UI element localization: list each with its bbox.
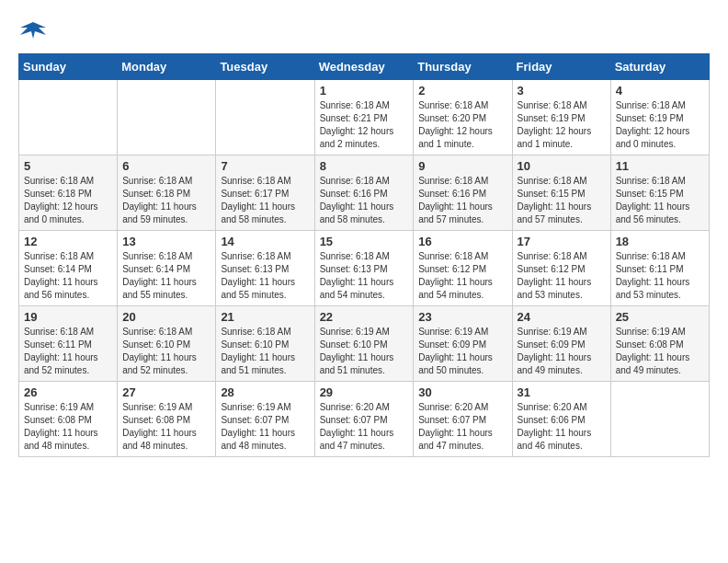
day-number: 18 [616,235,704,248]
calendar-cell: 16Sunrise: 6:18 AM Sunset: 6:12 PM Dayli… [414,231,512,306]
day-number: 5 [24,159,112,173]
day-number: 23 [418,310,506,324]
day-info: Sunrise: 6:18 AM Sunset: 6:15 PM Dayligh… [518,175,606,226]
day-info: Sunrise: 6:18 AM Sunset: 6:21 PM Dayligh… [320,99,409,151]
day-info: Sunrise: 6:19 AM Sunset: 6:09 PM Dayligh… [518,326,606,377]
calendar-table: SundayMondayTuesdayWednesdayThursdayFrid… [18,53,710,457]
day-number: 21 [221,310,309,324]
day-number: 6 [122,159,210,173]
calendar-cell: 21Sunrise: 6:18 AM Sunset: 6:10 PM Dayli… [216,306,314,382]
day-info: Sunrise: 6:20 AM Sunset: 6:07 PM Dayligh… [418,401,506,453]
column-header-wednesday: Wednesday [314,54,414,80]
calendar-cell: 14Sunrise: 6:18 AM Sunset: 6:13 PM Dayli… [216,231,314,306]
calendar-week-row: 26Sunrise: 6:19 AM Sunset: 6:08 PM Dayli… [19,382,710,457]
day-info: Sunrise: 6:18 AM Sunset: 6:12 PM Dayligh… [418,250,506,302]
column-header-sunday: Sunday [19,54,118,80]
day-number: 17 [518,235,606,248]
calendar-cell: 20Sunrise: 6:18 AM Sunset: 6:10 PM Dayli… [118,306,216,382]
column-header-thursday: Thursday [414,54,512,80]
calendar-cell: 31Sunrise: 6:20 AM Sunset: 6:06 PM Dayli… [512,382,610,457]
day-number: 3 [518,84,606,98]
day-info: Sunrise: 6:18 AM Sunset: 6:12 PM Dayligh… [518,250,606,302]
day-info: Sunrise: 6:18 AM Sunset: 6:11 PM Dayligh… [616,250,704,302]
day-number: 11 [616,159,704,173]
day-number: 16 [418,235,506,248]
day-info: Sunrise: 6:18 AM Sunset: 6:13 PM Dayligh… [320,250,409,302]
day-info: Sunrise: 6:19 AM Sunset: 6:08 PM Dayligh… [24,401,112,453]
day-number: 1 [320,84,409,98]
day-number: 19 [24,310,112,324]
day-number: 26 [24,385,112,399]
day-number: 22 [320,310,409,324]
day-number: 25 [616,310,704,324]
calendar-cell: 1Sunrise: 6:18 AM Sunset: 6:21 PM Daylig… [314,80,414,155]
day-number: 20 [122,310,210,324]
calendar-cell: 24Sunrise: 6:19 AM Sunset: 6:09 PM Dayli… [512,306,610,382]
day-info: Sunrise: 6:18 AM Sunset: 6:14 PM Dayligh… [122,250,210,302]
calendar-cell: 17Sunrise: 6:18 AM Sunset: 6:12 PM Dayli… [512,231,610,306]
day-info: Sunrise: 6:19 AM Sunset: 6:07 PM Dayligh… [221,401,309,453]
svg-marker-0 [20,22,46,39]
day-number: 15 [320,235,409,248]
calendar-week-row: 5Sunrise: 6:18 AM Sunset: 6:18 PM Daylig… [19,155,710,231]
day-number: 30 [418,385,506,399]
day-info: Sunrise: 6:18 AM Sunset: 6:19 PM Dayligh… [518,99,606,151]
calendar-cell: 28Sunrise: 6:19 AM Sunset: 6:07 PM Dayli… [216,382,314,457]
day-number: 10 [518,159,606,173]
day-info: Sunrise: 6:19 AM Sunset: 6:08 PM Dayligh… [122,401,210,453]
day-info: Sunrise: 6:19 AM Sunset: 6:10 PM Dayligh… [320,326,409,377]
page-header [18,18,710,44]
day-number: 31 [518,385,606,399]
day-number: 13 [122,235,210,248]
calendar-week-row: 19Sunrise: 6:18 AM Sunset: 6:11 PM Dayli… [19,306,710,382]
calendar-cell: 10Sunrise: 6:18 AM Sunset: 6:15 PM Dayli… [512,155,610,231]
calendar-cell [216,80,314,155]
day-info: Sunrise: 6:18 AM Sunset: 6:16 PM Dayligh… [418,175,506,226]
calendar-cell: 13Sunrise: 6:18 AM Sunset: 6:14 PM Dayli… [118,231,216,306]
calendar-cell: 26Sunrise: 6:19 AM Sunset: 6:08 PM Dayli… [19,382,118,457]
calendar-cell: 22Sunrise: 6:19 AM Sunset: 6:10 PM Dayli… [314,306,414,382]
day-number: 24 [518,310,606,324]
day-number: 8 [320,159,409,173]
day-number: 29 [320,385,409,399]
calendar-cell: 18Sunrise: 6:18 AM Sunset: 6:11 PM Dayli… [610,231,709,306]
calendar-cell [118,80,216,155]
calendar-cell [610,382,709,457]
day-info: Sunrise: 6:18 AM Sunset: 6:10 PM Dayligh… [221,326,309,377]
day-info: Sunrise: 6:18 AM Sunset: 6:15 PM Dayligh… [616,175,704,226]
calendar-cell: 12Sunrise: 6:18 AM Sunset: 6:14 PM Dayli… [19,231,118,306]
calendar-cell: 2Sunrise: 6:18 AM Sunset: 6:20 PM Daylig… [414,80,512,155]
calendar-cell [19,80,118,155]
calendar-cell: 9Sunrise: 6:18 AM Sunset: 6:16 PM Daylig… [414,155,512,231]
day-number: 28 [221,385,309,399]
calendar-cell: 30Sunrise: 6:20 AM Sunset: 6:07 PM Dayli… [414,382,512,457]
calendar-cell: 5Sunrise: 6:18 AM Sunset: 6:18 PM Daylig… [19,155,118,231]
day-info: Sunrise: 6:18 AM Sunset: 6:19 PM Dayligh… [616,99,704,151]
calendar-week-row: 12Sunrise: 6:18 AM Sunset: 6:14 PM Dayli… [19,231,710,306]
day-number: 12 [24,235,112,248]
day-info: Sunrise: 6:18 AM Sunset: 6:14 PM Dayligh… [24,250,112,302]
calendar-header-row: SundayMondayTuesdayWednesdayThursdayFrid… [19,54,710,80]
column-header-tuesday: Tuesday [216,54,314,80]
day-number: 14 [221,235,309,248]
calendar-cell: 15Sunrise: 6:18 AM Sunset: 6:13 PM Dayli… [314,231,414,306]
day-info: Sunrise: 6:18 AM Sunset: 6:16 PM Dayligh… [320,175,409,226]
calendar-cell: 6Sunrise: 6:18 AM Sunset: 6:18 PM Daylig… [118,155,216,231]
day-info: Sunrise: 6:20 AM Sunset: 6:06 PM Dayligh… [518,401,606,453]
day-number: 27 [122,385,210,399]
column-header-saturday: Saturday [610,54,709,80]
day-info: Sunrise: 6:19 AM Sunset: 6:09 PM Dayligh… [418,326,506,377]
day-info: Sunrise: 6:18 AM Sunset: 6:20 PM Dayligh… [418,99,506,151]
day-number: 2 [418,84,506,98]
calendar-cell: 7Sunrise: 6:18 AM Sunset: 6:17 PM Daylig… [216,155,314,231]
column-header-friday: Friday [512,54,610,80]
day-info: Sunrise: 6:18 AM Sunset: 6:18 PM Dayligh… [122,175,210,226]
calendar-cell: 19Sunrise: 6:18 AM Sunset: 6:11 PM Dayli… [19,306,118,382]
calendar-cell: 23Sunrise: 6:19 AM Sunset: 6:09 PM Dayli… [414,306,512,382]
calendar-week-row: 1Sunrise: 6:18 AM Sunset: 6:21 PM Daylig… [19,80,710,155]
calendar-cell: 11Sunrise: 6:18 AM Sunset: 6:15 PM Dayli… [610,155,709,231]
column-header-monday: Monday [118,54,216,80]
calendar-cell: 8Sunrise: 6:18 AM Sunset: 6:16 PM Daylig… [314,155,414,231]
day-number: 9 [418,159,506,173]
day-info: Sunrise: 6:18 AM Sunset: 6:11 PM Dayligh… [24,326,112,377]
